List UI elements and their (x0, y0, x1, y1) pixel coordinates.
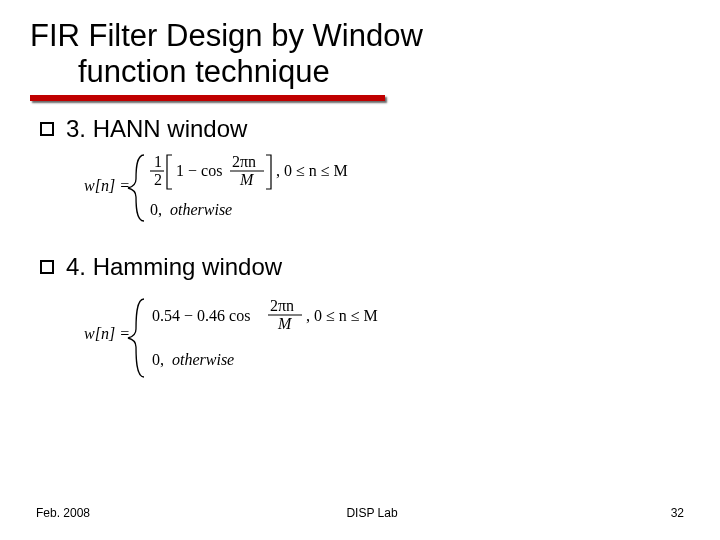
fh-coeff-bot: 2 (154, 171, 162, 188)
bullet-hamming-text: 4. Hamming window (66, 253, 282, 281)
fm-else-val: 0, (152, 351, 164, 368)
fm-frac-bot: M (277, 315, 293, 332)
fh-frac-top: 2πn (232, 153, 256, 170)
slide: FIR Filter Design by Window function tec… (0, 0, 720, 540)
fm-else-label: otherwise (172, 351, 234, 368)
title-line-2: function technique (30, 54, 720, 90)
formula-hamming-wrap: w[n] = 0.54 − 0.46 cos 2πn M , 0 ≤ n ≤ M… (84, 291, 680, 383)
fh-lhs: w[n] = (84, 177, 130, 194)
fm-lhs: w[n] = (84, 325, 130, 342)
fm-expr: 0.54 − 0.46 cos (152, 307, 250, 324)
fh-frac-bot: M (239, 171, 255, 188)
fh-else-val: 0, (150, 201, 162, 218)
footer-center: DISP Lab (90, 506, 654, 520)
footer-page-number: 32 (654, 506, 684, 520)
bullet-hamming: 4. Hamming window (40, 253, 680, 281)
bullet-square-icon (40, 122, 54, 136)
fh-rbracket-icon (266, 155, 271, 189)
fm-brace-icon (128, 299, 144, 377)
fh-coeff-top: 1 (154, 153, 162, 170)
title-line-1: FIR Filter Design by Window (30, 18, 720, 54)
footer-date: Feb. 2008 (36, 506, 90, 520)
fh-expr: 1 − cos (176, 162, 222, 179)
title-block: FIR Filter Design by Window function tec… (0, 0, 720, 89)
fh-cond-main: , 0 ≤ n ≤ M (276, 162, 348, 179)
bullet-square-icon (40, 260, 54, 274)
fm-cond-main: , 0 ≤ n ≤ M (306, 307, 378, 324)
formula-hann-wrap: w[n] = 1 2 1 − cos 2πn M , 0 ≤ n ≤ M 0, (84, 149, 680, 227)
bullet-hann: 3. HANN window (40, 115, 680, 143)
formula-hann: w[n] = 1 2 1 − cos 2πn M , 0 ≤ n ≤ M 0, (84, 149, 444, 227)
formula-hamming: w[n] = 0.54 − 0.46 cos 2πn M , 0 ≤ n ≤ M… (84, 291, 484, 383)
body: 3. HANN window w[n] = 1 2 1 − cos 2πn M (0, 101, 720, 383)
footer: Feb. 2008 DISP Lab 32 (0, 506, 720, 520)
fh-lbracket-icon (167, 155, 172, 189)
fm-frac-top: 2πn (270, 297, 294, 314)
fh-brace-icon (128, 155, 144, 221)
bullet-hann-text: 3. HANN window (66, 115, 247, 143)
fh-else-label: otherwise (170, 201, 232, 218)
